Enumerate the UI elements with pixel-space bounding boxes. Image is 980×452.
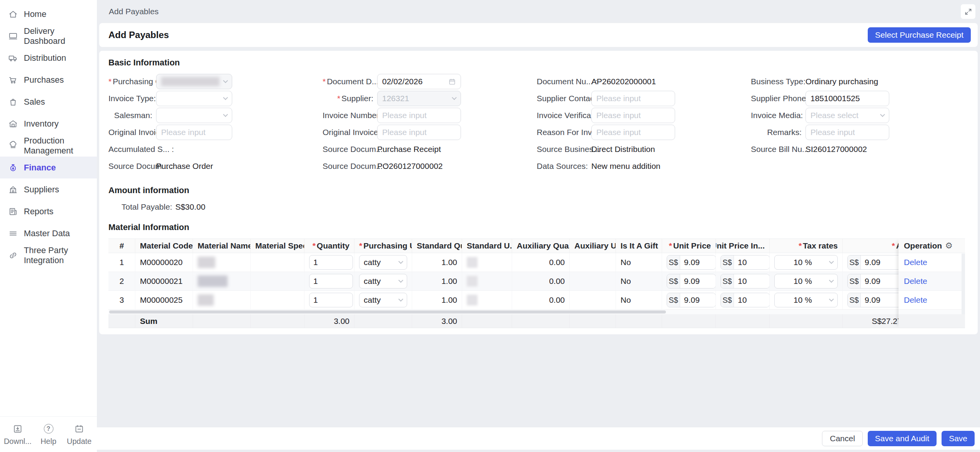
content-spacer (97, 334, 980, 427)
original-invoice2-input[interactable] (382, 128, 456, 137)
purchasing-unit-select[interactable]: catty (359, 293, 407, 307)
select-purchase-receipt-button[interactable]: Select Purchase Receipt (868, 27, 971, 43)
download-button[interactable]: Downl... (3, 424, 32, 446)
supplier-contact-input[interactable] (596, 94, 670, 103)
original-invoice-input[interactable] (161, 128, 227, 137)
sidebar-item-purchases[interactable]: Purchases (0, 69, 97, 91)
chevron-down-icon (829, 297, 834, 302)
unit-price-incl-input-group: S$ (720, 274, 770, 289)
tax-rate-select[interactable]: 10 % (774, 255, 838, 270)
col-auxiliary-unit: Auxiliary U... (570, 239, 616, 253)
sidebar-item-sales[interactable]: Sales (0, 91, 97, 113)
quantity-input[interactable] (309, 255, 353, 270)
col-standard-qty: Standard Qua... (412, 239, 462, 253)
save-button[interactable]: Save (942, 431, 975, 446)
supplier-phone-input[interactable] (810, 94, 884, 103)
table-row: 2 M00000021 catty 1.00 0.00 No S$ S$ 10 … (108, 272, 965, 291)
sidebar-item-home[interactable]: Home (0, 3, 97, 25)
reason-for-invoice-input[interactable] (596, 128, 670, 137)
delete-row-button[interactable]: Delete (904, 258, 927, 267)
business-type-value: Ordinary purchasing (805, 77, 878, 86)
col-is-gift: Is It A Gift (616, 239, 662, 253)
purchasing-unit-select[interactable]: catty (359, 274, 407, 289)
unit-price-input[interactable] (680, 255, 715, 269)
fullscreen-button[interactable] (961, 4, 975, 19)
sidebar-item-inventory[interactable]: Inventory (0, 113, 97, 135)
invoice-verification-input[interactable] (596, 111, 670, 120)
invoice-media-select[interactable]: Please select (805, 108, 889, 123)
sidebar-item-suppliers[interactable]: Suppliers (0, 178, 97, 200)
sidebar-item-master-data[interactable]: Master Data (0, 222, 97, 244)
quantity-input[interactable] (309, 274, 353, 289)
remarks-field-wrap (805, 125, 889, 140)
table-header-row: # Material Code Material Name Material S… (108, 239, 965, 253)
sidebar-item-production-management[interactable]: Production Management (0, 135, 97, 157)
operation-column: Operation⚙ Delete Delete Delete (898, 239, 965, 328)
bank-icon (8, 184, 18, 195)
supplier-select[interactable]: 126321 (377, 91, 461, 106)
link-icon (8, 250, 18, 260)
page-title: Add Payables (108, 30, 169, 40)
delete-row-button[interactable]: Delete (904, 277, 927, 286)
report-icon (8, 206, 18, 217)
gear-icon[interactable]: ⚙ (945, 241, 953, 251)
form-card: Basic Information *Purchasing O... : Inv… (99, 51, 978, 334)
document-date-input[interactable] (377, 74, 461, 89)
sidebar-item-reports[interactable]: Reports (0, 200, 97, 222)
salesman-select[interactable] (156, 108, 232, 123)
cart-icon (8, 75, 18, 85)
remarks-input[interactable] (810, 128, 884, 137)
supplier-contact-label: Supplier Contact: (537, 94, 591, 103)
col-material-name: Material Name (193, 239, 251, 253)
save-and-audit-button[interactable]: Save and Audit (868, 431, 937, 446)
invoice-type-select[interactable] (156, 91, 232, 106)
sidebar-footer: Downl... ? Help Update (0, 416, 97, 452)
unit-price-input[interactable] (680, 274, 715, 288)
tax-rate-select[interactable]: 10 % (774, 274, 838, 289)
chevron-down-icon (398, 259, 403, 264)
sidebar: Home Delivery Dashboard Distribution Pur… (0, 0, 97, 452)
quantity-input[interactable] (309, 293, 353, 307)
vertical-scrollbar[interactable] (962, 254, 965, 314)
delete-row-button[interactable]: Delete (904, 295, 927, 305)
materials-table: # Material Code Material Name Material S… (108, 239, 965, 328)
document-number-value: AP260202000001 (591, 77, 656, 86)
cancel-button[interactable]: Cancel (822, 431, 862, 446)
unit-price-incl-input-group: S$ (720, 255, 770, 270)
help-icon: ? (43, 424, 54, 434)
reason-for-invoice-field-wrap (591, 125, 675, 140)
unit-price-incl-input[interactable] (734, 274, 769, 288)
invoice-number-input[interactable] (382, 111, 456, 120)
chevron-down-icon (829, 259, 834, 264)
sidebar-item-three-party-integration[interactable]: Three Party Integration (0, 244, 97, 266)
accumulated-label: Accumulated S... : (108, 145, 156, 154)
bag-icon (8, 97, 18, 107)
horizontal-scrollbar-thumb[interactable] (109, 310, 666, 314)
col-index: # (108, 239, 135, 253)
tax-rate-select[interactable]: 10 % (774, 293, 838, 307)
col-unit-price-incl: *Unit Price In... (716, 239, 770, 253)
source-document-no-label: Source Docum... : (323, 162, 377, 171)
col-operation: Operation (904, 241, 942, 250)
total-payable-label: Total Payable: (121, 202, 172, 212)
chevron-down-icon (829, 278, 834, 283)
original-invoice-field-wrap (156, 125, 232, 140)
redacted-material-name (198, 257, 215, 268)
sidebar-item-finance[interactable]: Finance (0, 157, 97, 178)
purchasing-org-select[interactable] (156, 74, 232, 89)
unit-price-incl-input[interactable] (734, 293, 769, 307)
unit-price-incl-input-group: S$ (720, 293, 770, 307)
unit-price-input[interactable] (680, 293, 715, 307)
update-button[interactable]: Update (65, 424, 94, 446)
document-number-label: Document Nu... : (537, 77, 591, 86)
sidebar-item-distribution[interactable]: Distribution (0, 47, 97, 69)
sidebar-item-delivery-dashboard[interactable]: Delivery Dashboard (0, 25, 97, 47)
unit-price-incl-input[interactable] (734, 255, 769, 269)
unit-price-input-group: S$ (667, 274, 716, 289)
source-document-type2-label: Source Docum... : (323, 145, 377, 154)
main-content: Add Payables Add Payables Select Purchas… (97, 0, 980, 452)
help-button[interactable]: ? Help (34, 424, 63, 446)
supplier-phone-field-wrap (805, 91, 889, 106)
purchasing-unit-select[interactable]: catty (359, 255, 407, 270)
source-bill-no-value: SI260127000002 (805, 145, 867, 154)
